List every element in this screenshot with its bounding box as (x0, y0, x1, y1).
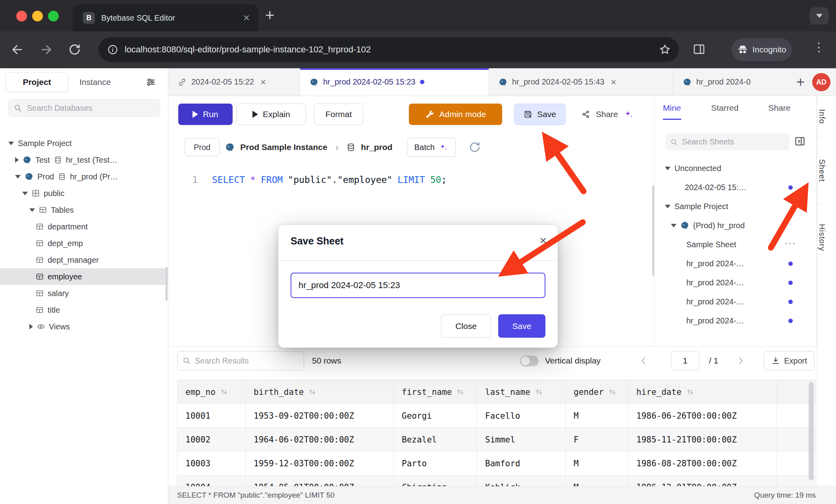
minimize-button[interactable] (32, 11, 43, 21)
sheet-item[interactable]: Sample Sheet ··· (655, 235, 817, 254)
more-actions-icon[interactable]: ··· (785, 238, 796, 248)
database-name[interactable]: hr_prod (361, 142, 392, 152)
tab-mine[interactable]: Mine (663, 96, 681, 120)
browser-menu-kebab-icon[interactable]: ⋮ (813, 40, 825, 54)
sql-editor[interactable]: 1 SELECT*FROM"public"."employee"LIMIT50; (168, 162, 654, 188)
next-page-button[interactable] (732, 352, 750, 370)
column-header[interactable]: emp_no (177, 380, 246, 404)
tree-item-table-salary[interactable]: salary (0, 285, 168, 302)
side-panel-icon[interactable] (693, 43, 705, 56)
tab-starred[interactable]: Starred (711, 96, 739, 120)
new-tab-icon[interactable]: + (265, 7, 274, 23)
sort-icon[interactable] (609, 388, 616, 396)
sort-icon[interactable] (686, 388, 694, 396)
tab-search-button[interactable] (810, 7, 829, 25)
dialog-save-button[interactable]: Save (498, 314, 545, 338)
collapse-panel-icon[interactable] (794, 136, 805, 147)
sheet-group-unconnected[interactable]: Unconnected (655, 159, 817, 178)
sheet-item[interactable]: hr_prod 2024-… (655, 254, 817, 273)
dialog-divider (278, 260, 558, 261)
tree-item-tables[interactable]: Tables (0, 202, 168, 218)
batch-button[interactable]: Batch (407, 138, 456, 157)
new-sheet-tab-icon[interactable]: + (796, 74, 805, 90)
format-button[interactable]: Format (314, 104, 363, 125)
table-cell: Koblick (477, 475, 566, 486)
close-icon[interactable]: × (539, 234, 547, 247)
page-number-input[interactable] (671, 351, 699, 370)
sidebar-tab-instance[interactable]: Instance (79, 68, 111, 96)
tree-item-prod-db[interactable]: Prod hr_prod (Pr… (0, 168, 168, 185)
maximize-button[interactable] (48, 11, 59, 21)
column-header[interactable]: birth_date (246, 380, 394, 404)
sheet-item[interactable]: hr_prod 2024-… (655, 273, 817, 292)
url-bar[interactable]: localhost:8080/sql-editor/prod-sample-in… (98, 37, 679, 62)
sheet-search[interactable] (665, 133, 789, 150)
tree-item-table-department[interactable]: department (0, 218, 168, 235)
editor-tab-4[interactable]: hr_prod 2024-0 (673, 68, 784, 96)
tree-item-table-dept-emp[interactable]: dept_emp (0, 235, 168, 252)
vertical-display-toggle[interactable] (520, 356, 539, 366)
user-avatar[interactable]: AD (812, 73, 830, 91)
run-button[interactable]: Run (178, 104, 233, 125)
dialog-close-button[interactable]: Close (441, 314, 491, 338)
prev-page-button[interactable] (634, 352, 653, 370)
admin-mode-button[interactable]: Admin mode (409, 104, 502, 125)
rail-tab-history[interactable]: History (817, 204, 826, 271)
sheet-group-project[interactable]: Sample Project (655, 197, 817, 216)
column-header[interactable]: hire_date (628, 380, 777, 404)
tree-item-table-employee[interactable]: employee (0, 268, 168, 285)
tree-item-views[interactable]: Views (0, 318, 168, 335)
close-button[interactable] (16, 11, 27, 21)
explain-button[interactable]: Explain (237, 104, 306, 125)
editor-tab-2-active[interactable]: hr_prod 2024-02-05 15:23 (300, 68, 489, 96)
sheet-group-connection[interactable]: (Prod) hr_prod (655, 216, 817, 235)
editor-panel-resize-handle[interactable] (652, 185, 654, 276)
column-header[interactable]: gender (566, 380, 628, 404)
sort-icon[interactable] (457, 388, 464, 396)
column-header[interactable]: first_name (394, 380, 477, 404)
sidebar-scrollbar[interactable] (166, 267, 168, 301)
export-button[interactable]: Export (764, 351, 815, 370)
tree-item-table-title[interactable]: title (0, 302, 168, 318)
rail-tab-sheet[interactable]: Sheet (817, 137, 826, 204)
reload-icon[interactable] (68, 43, 81, 56)
database-search-input[interactable] (26, 103, 147, 113)
filter-sliders-icon[interactable] (146, 77, 156, 87)
results-scrollbar[interactable] (809, 382, 814, 480)
save-button[interactable]: Save (514, 104, 566, 125)
editor-tab-1[interactable]: 2024-02-05 15:22 × (168, 68, 300, 96)
sheet-name-input[interactable] (291, 273, 545, 298)
sidebar-tab-project[interactable]: Project (6, 72, 68, 92)
sheet-item[interactable]: hr_prod 2024-… (655, 311, 817, 330)
tab-close-icon[interactable]: × (260, 77, 266, 88)
back-icon[interactable] (11, 43, 24, 56)
results-search[interactable] (177, 351, 304, 370)
tree-item-table-dept-manager[interactable]: dept_manager (0, 252, 168, 268)
database-search[interactable] (8, 99, 160, 117)
editor-tab-3[interactable]: hr_prod 2024-02-05 15:43 × (489, 68, 673, 96)
sql-code-line[interactable]: SELECT*FROM"public"."employee"LIMIT50; (212, 172, 447, 188)
environment-chip[interactable]: Prod (185, 138, 220, 156)
tab-shared[interactable]: Share (768, 96, 790, 120)
forward-icon[interactable] (39, 43, 53, 56)
sort-icon[interactable] (535, 388, 543, 396)
sheet-item[interactable]: 2024-02-05 15:… (655, 178, 817, 197)
sheet-search-input[interactable] (681, 137, 778, 147)
sort-icon[interactable] (308, 388, 316, 396)
browser-tab[interactable]: B Bytebase SQL Editor × (73, 4, 258, 31)
tab-close-icon[interactable]: × (611, 77, 616, 88)
tab-close-icon[interactable]: × (243, 12, 250, 23)
refresh-icon[interactable] (468, 141, 481, 154)
site-info-icon[interactable] (107, 44, 118, 55)
sort-icon[interactable] (220, 388, 228, 396)
instance-name[interactable]: Prod Sample Instance (240, 142, 327, 152)
tree-item-test-db[interactable]: Test hr_test (Test… (0, 152, 168, 168)
sheet-item[interactable]: hr_prod 2024-… (655, 292, 817, 311)
bookmark-star-icon[interactable] (659, 44, 671, 56)
tree-item-project[interactable]: Sample Project (0, 135, 168, 152)
results-search-input[interactable] (194, 356, 291, 366)
share-button[interactable]: Share (582, 104, 634, 125)
column-header[interactable]: last_name (477, 380, 566, 404)
rail-tab-info[interactable]: Info (817, 96, 826, 137)
tree-item-schema-public[interactable]: public (0, 185, 168, 202)
